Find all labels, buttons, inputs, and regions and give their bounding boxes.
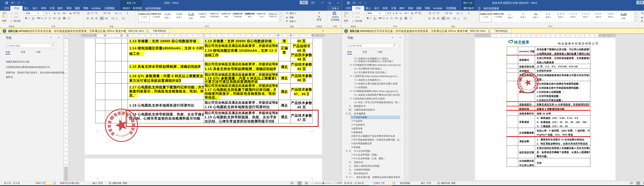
svg-text:×: ×	[55, 183, 56, 184]
svg-text:A: A	[419, 12, 420, 14]
svg-text:Z: Z	[119, 14, 120, 15]
svg-text:¶: ¶	[468, 12, 470, 15]
svg-text:2: 2	[91, 13, 91, 15]
svg-text:A: A	[78, 12, 79, 14]
svg-text:A: A	[70, 13, 72, 15]
svg-text:1: 1	[91, 12, 91, 13]
svg-text:¶: ¶	[127, 12, 128, 15]
svg-text:×: ×	[394, 183, 395, 184]
svg-text:A: A	[412, 13, 413, 15]
svg-text:文: 文	[415, 13, 416, 14]
svg-text:1: 1	[432, 12, 433, 13]
svg-text:A: A	[119, 12, 120, 13]
svg-text:2: 2	[432, 13, 433, 15]
svg-text:A: A	[115, 12, 116, 15]
svg-text:A: A	[457, 12, 458, 15]
svg-text:A: A	[460, 12, 461, 13]
svg-text:Z: Z	[460, 14, 461, 15]
svg-text:文: 文	[74, 13, 75, 14]
